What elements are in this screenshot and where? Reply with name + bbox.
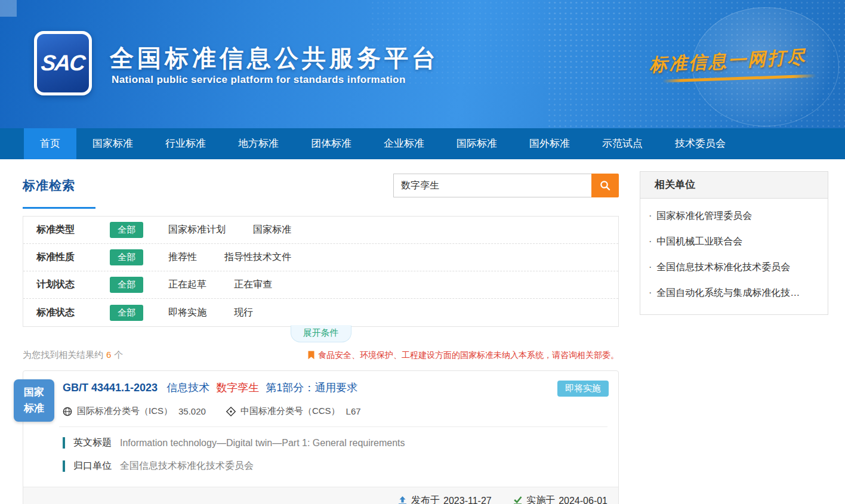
ccs-group: 中国标准分类号（CCS） L67 [226, 406, 361, 417]
result-count-number: 6 [106, 350, 111, 360]
row-label: 归口单位 [73, 460, 112, 472]
filter-option[interactable]: 现行 [234, 307, 253, 319]
notice-text: 食品安全、环境保护、工程建设方面的国家标准未纳入本系统，请咨询相关部委。 [318, 350, 619, 361]
type-badge-line2: 标准 [24, 401, 44, 416]
standard-title-part1: 信息技术 [166, 382, 209, 394]
header-corner-decoration [0, 0, 17, 17]
result-info-bar: 为您找到相关结果约6个 食品安全、环境保护、工程建设方面的国家标准未纳入本系统，… [23, 350, 619, 361]
related-unit-link[interactable]: 中国机械工业联合会 [649, 229, 818, 255]
filter-label: 标准类型 [36, 224, 93, 236]
nav-tab[interactable]: 行业标准 [149, 128, 222, 159]
related-units-panel: 相关单位 国家标准化管理委员会 中国机械工业联合会 全国信息技术标准化技术委员会… [640, 171, 828, 315]
page-content: 标准检索 标准类型 全部 [0, 159, 845, 504]
filter-all-badge[interactable]: 全部 [110, 277, 143, 293]
filter-panel: 标准类型 全部 国家标准计划 国家标准 标准性质 全部 [23, 216, 619, 327]
expand-conditions-button[interactable]: 展开条件 [291, 325, 351, 342]
site-header: SAC 全国标准信息公共服务平台 National public service… [0, 0, 845, 128]
row-value: 全国信息技术标准化技术委员会 [120, 460, 254, 472]
ics-group: 国际标准分类号（ICS） 35.020 [63, 406, 206, 417]
main-column: 标准检索 标准类型 全部 [23, 159, 619, 504]
implemented-label: 实施于 [526, 494, 555, 504]
nav-tab[interactable]: 国际标准 [440, 128, 513, 159]
nav-tab[interactable]: 企业标准 [368, 128, 440, 159]
type-badge-line1: 国家 [24, 385, 44, 400]
card-footer: 发布于 2023-11-27 实施于 2024-06-01 [23, 487, 618, 504]
sac-logo-text: SAC [40, 51, 86, 76]
filter-rows: 标准类型 全部 国家标准计划 国家标准 标准性质 全部 [23, 217, 618, 326]
row-value: Information technology—Digital twin—Part… [120, 438, 405, 449]
related-unit-link[interactable]: 全国自动化系统与集成标准化技… [649, 280, 818, 306]
filter-option[interactable]: 正在审查 [234, 279, 272, 291]
result-count-prefix: 为您找到相关结果约 [23, 350, 103, 360]
nav-tab[interactable]: 首页 [24, 128, 76, 159]
row-accent-bar [63, 437, 65, 449]
nav-tab-label: 技术委员会 [675, 138, 726, 149]
filter-option[interactable]: 国家标准计划 [168, 224, 226, 236]
implemented-date: 实施于 2024-06-01 [513, 494, 607, 504]
filter-option[interactable]: 推荐性 [168, 251, 197, 264]
nav-tab-label: 团体标准 [311, 138, 351, 149]
sac-logo-inner: SAC [37, 34, 89, 92]
filter-all-badge[interactable]: 全部 [110, 222, 143, 238]
filter-row: 标准类型 全部 国家标准计划 国家标准 [23, 217, 618, 244]
related-unit-list: 国家标准化管理委员会 中国机械工业联合会 全国信息技术标准化技术委员会 全国自动… [640, 199, 828, 314]
filter-row: 计划状态 全部 正在起草 正在审查 [23, 271, 618, 299]
filter-option[interactable]: 正在起草 [168, 279, 206, 291]
main-nav: 首页 国家标准 行业标准 地方标准 团体标准 企业标准 国际标准 国外标准 示范… [0, 128, 845, 159]
search-box [393, 174, 619, 197]
search-input[interactable] [393, 174, 591, 197]
standard-code: GB/T 43441.1-2023 [63, 382, 158, 394]
filter-options: 推荐性 指导性技术文件 [168, 251, 319, 264]
nav-tab[interactable]: 技术委员会 [659, 128, 742, 159]
implemented-value: 2024-06-01 [559, 496, 607, 504]
standard-title-highlight: 数字孪生 [216, 382, 259, 394]
search-section-head: 标准检索 [23, 172, 619, 199]
related-unit-label: 中国机械工业联合会 [656, 236, 742, 246]
related-unit-link[interactable]: 国家标准化管理委员会 [649, 203, 818, 229]
filter-option[interactable]: 指导性技术文件 [224, 251, 291, 264]
filter-all-badge[interactable]: 全部 [110, 249, 143, 265]
related-unit-label: 全国信息技术标准化技术委员会 [656, 262, 790, 272]
card-detail-rows: 英文标题 Information technology—Digital twin… [23, 427, 618, 487]
published-date: 发布于 2023-11-27 [398, 494, 492, 504]
related-unit-label: 全国自动化系统与集成标准化技… [656, 287, 800, 298]
system-notice: 食品安全、环境保护、工程建设方面的国家标准未纳入本系统，请咨询相关部委。 [308, 350, 619, 361]
card-detail-row: 归口单位 全国信息技术标准化技术委员会 [63, 460, 618, 472]
standard-title-part2: 第1部分：通用要求 [266, 382, 357, 394]
standard-title-link[interactable]: GB/T 43441.1-2023 信息技术 数字孪生 第1部分：通用要求 [63, 381, 357, 395]
result-count: 为您找到相关结果约6个 [23, 350, 123, 361]
filter-label: 标准状态 [36, 307, 93, 319]
publish-icon [398, 496, 407, 504]
nav-tab-label: 国外标准 [529, 138, 570, 149]
sidebar-title: 相关单位 [640, 172, 828, 199]
related-unit-link[interactable]: 全国信息技术标准化技术委员会 [649, 255, 818, 280]
section-title-underline [23, 207, 95, 209]
nav-tab[interactable]: 国家标准 [76, 128, 149, 159]
search-button[interactable] [591, 174, 619, 197]
filter-option[interactable]: 国家标准 [253, 224, 291, 236]
nav-tab[interactable]: 团体标准 [295, 128, 368, 159]
filter-label: 标准性质 [36, 251, 93, 264]
compass-icon [226, 407, 236, 416]
card-detail-row: 英文标题 Information technology—Digital twin… [63, 437, 618, 449]
related-unit-label: 国家标准化管理委员会 [656, 211, 752, 221]
nav-tab-label: 首页 [40, 138, 60, 149]
card-head: GB/T 43441.1-2023 信息技术 数字孪生 第1部分：通用要求 即将… [23, 371, 618, 397]
filter-option[interactable]: 即将实施 [168, 307, 206, 319]
status-badge: 即将实施 [557, 381, 609, 397]
nav-tab-list: 首页 国家标准 行业标准 地方标准 团体标准 企业标准 国际标准 国外标准 示范… [0, 128, 845, 159]
filter-all-badge[interactable]: 全部 [110, 305, 143, 321]
globe-icon [63, 407, 72, 416]
filter-options: 国家标准计划 国家标准 [168, 224, 319, 236]
nav-tab[interactable]: 国外标准 [513, 128, 586, 159]
row-label: 英文标题 [73, 437, 112, 449]
standard-type-badge: 国家 标准 [14, 379, 54, 422]
nav-tab[interactable]: 示范试点 [586, 128, 659, 159]
published-label: 发布于 [411, 494, 440, 504]
nav-tab[interactable]: 地方标准 [222, 128, 295, 159]
published-value: 2023-11-27 [443, 496, 492, 504]
ccs-label: 中国标准分类号（CCS） [240, 406, 340, 417]
site-subtitle: National public service platform for sta… [112, 74, 406, 86]
site-title: 全国标准信息公共服务平台 [110, 42, 439, 75]
filter-options: 即将实施 现行 [168, 307, 280, 319]
